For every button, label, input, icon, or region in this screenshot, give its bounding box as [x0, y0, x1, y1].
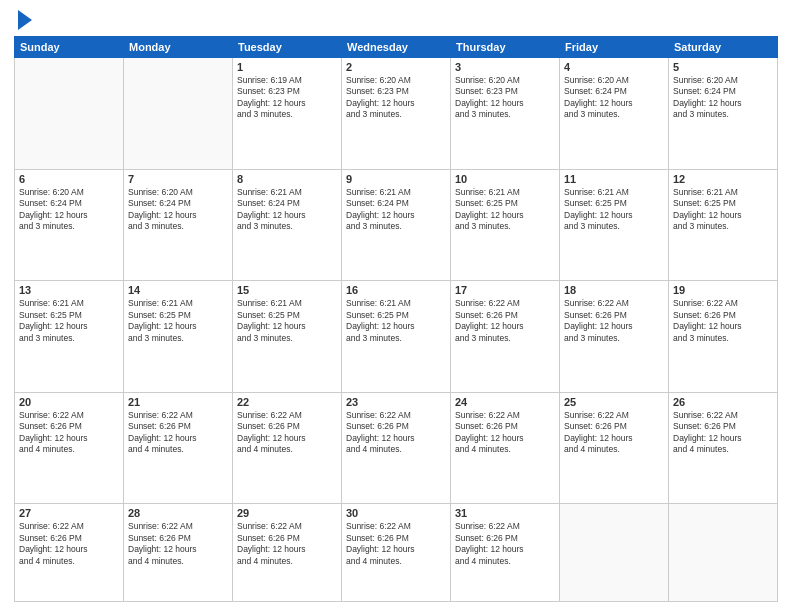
day-number: 5: [673, 61, 773, 73]
calendar-week-row: 1Sunrise: 6:19 AM Sunset: 6:23 PM Daylig…: [15, 58, 778, 170]
calendar-cell: 3Sunrise: 6:20 AM Sunset: 6:23 PM Daylig…: [451, 58, 560, 170]
day-number: 6: [19, 173, 119, 185]
calendar-header-friday: Friday: [560, 37, 669, 58]
calendar-cell: 23Sunrise: 6:22 AM Sunset: 6:26 PM Dayli…: [342, 392, 451, 504]
cell-content: Sunrise: 6:21 AM Sunset: 6:25 PM Dayligh…: [346, 298, 446, 344]
cell-content: Sunrise: 6:22 AM Sunset: 6:26 PM Dayligh…: [673, 298, 773, 344]
calendar-week-row: 13Sunrise: 6:21 AM Sunset: 6:25 PM Dayli…: [15, 281, 778, 393]
day-number: 23: [346, 396, 446, 408]
day-number: 20: [19, 396, 119, 408]
calendar-cell: 29Sunrise: 6:22 AM Sunset: 6:26 PM Dayli…: [233, 504, 342, 602]
cell-content: Sunrise: 6:22 AM Sunset: 6:26 PM Dayligh…: [564, 298, 664, 344]
calendar-week-row: 27Sunrise: 6:22 AM Sunset: 6:26 PM Dayli…: [15, 504, 778, 602]
cell-content: Sunrise: 6:21 AM Sunset: 6:25 PM Dayligh…: [237, 298, 337, 344]
logo-arrow-icon: [18, 10, 32, 30]
cell-content: Sunrise: 6:20 AM Sunset: 6:23 PM Dayligh…: [455, 75, 555, 121]
calendar-cell: [124, 58, 233, 170]
calendar-cell: 12Sunrise: 6:21 AM Sunset: 6:25 PM Dayli…: [669, 169, 778, 281]
calendar-cell: 27Sunrise: 6:22 AM Sunset: 6:26 PM Dayli…: [15, 504, 124, 602]
cell-content: Sunrise: 6:22 AM Sunset: 6:26 PM Dayligh…: [455, 521, 555, 567]
cell-content: Sunrise: 6:22 AM Sunset: 6:26 PM Dayligh…: [346, 521, 446, 567]
day-number: 8: [237, 173, 337, 185]
day-number: 16: [346, 284, 446, 296]
calendar-cell: 18Sunrise: 6:22 AM Sunset: 6:26 PM Dayli…: [560, 281, 669, 393]
calendar-cell: 31Sunrise: 6:22 AM Sunset: 6:26 PM Dayli…: [451, 504, 560, 602]
day-number: 22: [237, 396, 337, 408]
cell-content: Sunrise: 6:20 AM Sunset: 6:24 PM Dayligh…: [128, 187, 228, 233]
calendar-cell: 8Sunrise: 6:21 AM Sunset: 6:24 PM Daylig…: [233, 169, 342, 281]
calendar-cell: 22Sunrise: 6:22 AM Sunset: 6:26 PM Dayli…: [233, 392, 342, 504]
calendar-cell: 5Sunrise: 6:20 AM Sunset: 6:24 PM Daylig…: [669, 58, 778, 170]
day-number: 25: [564, 396, 664, 408]
calendar-cell: 16Sunrise: 6:21 AM Sunset: 6:25 PM Dayli…: [342, 281, 451, 393]
day-number: 10: [455, 173, 555, 185]
calendar-cell: 17Sunrise: 6:22 AM Sunset: 6:26 PM Dayli…: [451, 281, 560, 393]
day-number: 28: [128, 507, 228, 519]
calendar-cell: 10Sunrise: 6:21 AM Sunset: 6:25 PM Dayli…: [451, 169, 560, 281]
calendar-cell: 9Sunrise: 6:21 AM Sunset: 6:24 PM Daylig…: [342, 169, 451, 281]
calendar-cell: 15Sunrise: 6:21 AM Sunset: 6:25 PM Dayli…: [233, 281, 342, 393]
day-number: 7: [128, 173, 228, 185]
cell-content: Sunrise: 6:19 AM Sunset: 6:23 PM Dayligh…: [237, 75, 337, 121]
page: SundayMondayTuesdayWednesdayThursdayFrid…: [0, 0, 792, 612]
cell-content: Sunrise: 6:21 AM Sunset: 6:24 PM Dayligh…: [346, 187, 446, 233]
calendar-cell: 13Sunrise: 6:21 AM Sunset: 6:25 PM Dayli…: [15, 281, 124, 393]
calendar-cell: 25Sunrise: 6:22 AM Sunset: 6:26 PM Dayli…: [560, 392, 669, 504]
calendar-cell: 14Sunrise: 6:21 AM Sunset: 6:25 PM Dayli…: [124, 281, 233, 393]
cell-content: Sunrise: 6:20 AM Sunset: 6:23 PM Dayligh…: [346, 75, 446, 121]
cell-content: Sunrise: 6:22 AM Sunset: 6:26 PM Dayligh…: [455, 298, 555, 344]
cell-content: Sunrise: 6:21 AM Sunset: 6:24 PM Dayligh…: [237, 187, 337, 233]
day-number: 26: [673, 396, 773, 408]
day-number: 14: [128, 284, 228, 296]
calendar-cell: [560, 504, 669, 602]
cell-content: Sunrise: 6:22 AM Sunset: 6:26 PM Dayligh…: [237, 410, 337, 456]
day-number: 27: [19, 507, 119, 519]
calendar-cell: [669, 504, 778, 602]
cell-content: Sunrise: 6:20 AM Sunset: 6:24 PM Dayligh…: [564, 75, 664, 121]
calendar-cell: 21Sunrise: 6:22 AM Sunset: 6:26 PM Dayli…: [124, 392, 233, 504]
cell-content: Sunrise: 6:21 AM Sunset: 6:25 PM Dayligh…: [128, 298, 228, 344]
cell-content: Sunrise: 6:22 AM Sunset: 6:26 PM Dayligh…: [455, 410, 555, 456]
cell-content: Sunrise: 6:22 AM Sunset: 6:26 PM Dayligh…: [128, 521, 228, 567]
calendar-header-row: SundayMondayTuesdayWednesdayThursdayFrid…: [15, 37, 778, 58]
header: [14, 10, 778, 30]
calendar-cell: 19Sunrise: 6:22 AM Sunset: 6:26 PM Dayli…: [669, 281, 778, 393]
calendar-cell: 6Sunrise: 6:20 AM Sunset: 6:24 PM Daylig…: [15, 169, 124, 281]
cell-content: Sunrise: 6:22 AM Sunset: 6:26 PM Dayligh…: [237, 521, 337, 567]
calendar-cell: 26Sunrise: 6:22 AM Sunset: 6:26 PM Dayli…: [669, 392, 778, 504]
cell-content: Sunrise: 6:22 AM Sunset: 6:26 PM Dayligh…: [673, 410, 773, 456]
calendar-week-row: 20Sunrise: 6:22 AM Sunset: 6:26 PM Dayli…: [15, 392, 778, 504]
day-number: 19: [673, 284, 773, 296]
day-number: 2: [346, 61, 446, 73]
calendar-header-tuesday: Tuesday: [233, 37, 342, 58]
cell-content: Sunrise: 6:22 AM Sunset: 6:26 PM Dayligh…: [564, 410, 664, 456]
calendar-cell: 1Sunrise: 6:19 AM Sunset: 6:23 PM Daylig…: [233, 58, 342, 170]
calendar-header-thursday: Thursday: [451, 37, 560, 58]
cell-content: Sunrise: 6:21 AM Sunset: 6:25 PM Dayligh…: [673, 187, 773, 233]
calendar-header-sunday: Sunday: [15, 37, 124, 58]
logo: [14, 10, 32, 30]
day-number: 9: [346, 173, 446, 185]
cell-content: Sunrise: 6:21 AM Sunset: 6:25 PM Dayligh…: [564, 187, 664, 233]
cell-content: Sunrise: 6:22 AM Sunset: 6:26 PM Dayligh…: [346, 410, 446, 456]
day-number: 21: [128, 396, 228, 408]
calendar-header-saturday: Saturday: [669, 37, 778, 58]
calendar-header-wednesday: Wednesday: [342, 37, 451, 58]
cell-content: Sunrise: 6:21 AM Sunset: 6:25 PM Dayligh…: [19, 298, 119, 344]
day-number: 30: [346, 507, 446, 519]
calendar-cell: 20Sunrise: 6:22 AM Sunset: 6:26 PM Dayli…: [15, 392, 124, 504]
cell-content: Sunrise: 6:22 AM Sunset: 6:26 PM Dayligh…: [19, 521, 119, 567]
cell-content: Sunrise: 6:20 AM Sunset: 6:24 PM Dayligh…: [19, 187, 119, 233]
calendar-cell: 2Sunrise: 6:20 AM Sunset: 6:23 PM Daylig…: [342, 58, 451, 170]
day-number: 11: [564, 173, 664, 185]
calendar-cell: [15, 58, 124, 170]
calendar-header-monday: Monday: [124, 37, 233, 58]
cell-content: Sunrise: 6:22 AM Sunset: 6:26 PM Dayligh…: [19, 410, 119, 456]
day-number: 29: [237, 507, 337, 519]
cell-content: Sunrise: 6:21 AM Sunset: 6:25 PM Dayligh…: [455, 187, 555, 233]
day-number: 12: [673, 173, 773, 185]
day-number: 3: [455, 61, 555, 73]
day-number: 24: [455, 396, 555, 408]
cell-content: Sunrise: 6:20 AM Sunset: 6:24 PM Dayligh…: [673, 75, 773, 121]
calendar-cell: 30Sunrise: 6:22 AM Sunset: 6:26 PM Dayli…: [342, 504, 451, 602]
